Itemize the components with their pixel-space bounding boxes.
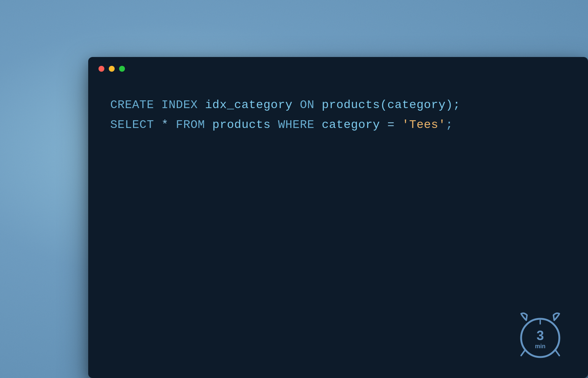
identifier-products: products(category);: [315, 98, 460, 112]
svg-line-1: [556, 350, 559, 356]
code-line-2: SELECT * FROM products WHERE category = …: [110, 115, 566, 135]
identifier-products2: products: [205, 118, 278, 132]
identifier-idx: idx_category: [205, 98, 300, 112]
timer-number: 3: [537, 328, 544, 343]
window-wrapper: CREATE INDEX idx_category ON products(ca…: [88, 57, 588, 378]
clock-icon: 3 min: [514, 310, 566, 363]
keyword-select: SELECT: [110, 118, 154, 132]
svg-line-0: [521, 350, 525, 356]
identifier-category: category: [315, 118, 387, 132]
keyword-on: ON: [300, 98, 315, 112]
operator-star: *: [154, 118, 176, 132]
keyword-from: FROM: [176, 118, 205, 132]
keyword-create: CREATE: [110, 98, 154, 112]
punctuation-semi: ;: [446, 118, 453, 132]
operator-equals: =: [387, 118, 395, 132]
code-window: CREATE INDEX idx_category ON products(ca…: [88, 57, 588, 378]
minimize-button[interactable]: [109, 66, 115, 72]
keyword-index: INDEX: [161, 98, 198, 112]
string-tees: 'Tees': [402, 118, 446, 132]
code-line-1: CREATE INDEX idx_category ON products(ca…: [110, 95, 566, 115]
timer-widget: 3 min: [514, 310, 566, 363]
keyword-where: WHERE: [278, 118, 314, 132]
maximize-button[interactable]: [119, 66, 125, 72]
timer-unit: min: [535, 343, 545, 349]
close-button[interactable]: [98, 66, 104, 72]
code-editor: CREATE INDEX idx_category ON products(ca…: [88, 81, 588, 150]
title-bar: [88, 57, 588, 81]
